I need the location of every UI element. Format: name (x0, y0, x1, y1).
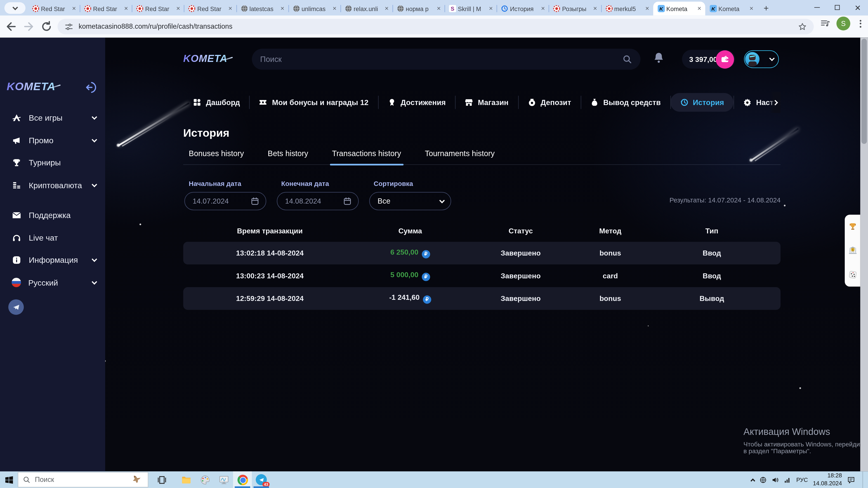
task-view-button[interactable] (152, 471, 171, 488)
trophy-icon[interactable] (848, 222, 857, 231)
tab-close-icon[interactable]: × (175, 5, 182, 12)
profile-nav-shop[interactable]: Магазин (455, 93, 518, 111)
taskbar-clock[interactable]: 18:28 14.08.2024 (813, 472, 842, 487)
profile-nav-deposit[interactable]: Депозит (518, 93, 581, 111)
history-tab[interactable]: Bets history (268, 149, 308, 164)
extension-side-panel[interactable]: $ (845, 215, 860, 287)
reload-icon[interactable] (40, 20, 53, 33)
language-indicator[interactable]: РУС (796, 477, 808, 483)
browser-tab[interactable]: KKometa× (705, 2, 757, 15)
forward-icon[interactable] (22, 20, 35, 33)
browser-menu-icon[interactable] (857, 20, 865, 27)
paint-button[interactable] (195, 471, 214, 488)
sidebar-item-promo[interactable]: Промо (0, 129, 105, 152)
search-icon[interactable] (622, 54, 632, 64)
tab-close-icon[interactable]: × (539, 5, 547, 12)
bookmark-star-icon[interactable] (798, 22, 807, 31)
browser-tab[interactable]: Red Star× (80, 2, 132, 15)
browser-tab[interactable]: SSkrill | M× (445, 2, 497, 15)
end-date-input[interactable]: 14.08.2024 (277, 192, 359, 210)
new-tab-button[interactable]: + (761, 3, 772, 14)
browser-tab[interactable]: Розыгры× (549, 2, 601, 15)
site-search-input[interactable]: Поиск (252, 49, 640, 70)
history-tab[interactable]: Bonuses history (189, 149, 244, 164)
tab-close-icon[interactable]: × (748, 5, 755, 12)
minimize-button[interactable] (807, 0, 827, 15)
file-explorer-button[interactable] (177, 471, 195, 488)
telegram-button[interactable] (8, 299, 24, 315)
tab-close-icon[interactable]: × (331, 5, 338, 12)
sidebar-item-live-chat[interactable]: Live чат (0, 227, 105, 249)
network-globe-icon[interactable] (760, 476, 767, 483)
chrome-taskbar-button[interactable] (233, 471, 252, 488)
profile-nav-history[interactable]: История (670, 93, 734, 111)
sidebar-item-support[interactable]: Поддержка (0, 204, 105, 227)
system-monitor-button[interactable] (214, 471, 233, 488)
page-scrollbar[interactable] (860, 38, 868, 471)
sidebar-collapse-icon[interactable] (84, 81, 97, 94)
site-logo[interactable]: KOMETA (183, 53, 227, 65)
wallet-button[interactable] (716, 50, 734, 68)
sidebar-item-language[interactable]: Русский (0, 271, 105, 294)
profile-nav-dashboard[interactable]: Дашборд (183, 93, 250, 111)
show-desktop-button[interactable] (863, 471, 865, 488)
action-center-icon[interactable] (847, 476, 855, 484)
tab-close-icon[interactable]: × (383, 5, 391, 12)
sort-select[interactable]: Все (369, 192, 451, 210)
browser-tab[interactable]: Red Star× (132, 2, 184, 15)
browser-tab[interactable]: merkul5× (601, 2, 653, 15)
start-button[interactable] (0, 471, 18, 488)
sidebar-item-all-games[interactable]: Все игры (0, 107, 105, 129)
sidebar-item-crypto[interactable]: Криптовалюта (0, 174, 105, 196)
browser-tab[interactable]: Red Star× (184, 2, 236, 15)
bank-icon[interactable]: $ (848, 246, 857, 256)
tab-close-icon[interactable]: × (644, 5, 651, 12)
table-row[interactable]: 13:02:18 14-08-20246 250,00₽Завершеноbon… (183, 242, 780, 264)
tab-close-icon[interactable]: × (279, 5, 286, 12)
tab-close-icon[interactable]: × (592, 5, 599, 12)
calendar-icon[interactable] (251, 197, 259, 205)
telegram-taskbar-button[interactable]: 43 (252, 471, 271, 488)
table-row[interactable]: 12:59:29 14-08-2024-1 241,60₽Завершеноbo… (183, 287, 780, 310)
tab-close-icon[interactable]: × (487, 5, 495, 12)
sidebar-item-info[interactable]: Информация (0, 249, 105, 271)
taskbar-search[interactable]: Поиск (18, 472, 148, 488)
start-date-input[interactable]: 14.07.2024 (184, 192, 266, 210)
browser-tab[interactable]: KKometa× (653, 2, 705, 15)
user-menu[interactable] (744, 51, 779, 68)
calendar-icon[interactable] (343, 197, 351, 205)
browser-tab[interactable]: relax.unli× (340, 2, 393, 15)
address-bar[interactable]: kometacasino888.com/ru/profile/cash/tran… (58, 19, 814, 34)
site-settings-icon[interactable] (64, 22, 74, 31)
volume-icon[interactable] (772, 476, 779, 483)
history-tab[interactable]: Transactions history (332, 149, 401, 164)
network-signal-icon[interactable] (784, 476, 792, 483)
browser-tab[interactable]: latestcas× (236, 2, 288, 15)
browser-tab[interactable]: норма р× (393, 2, 445, 15)
tab-close-icon[interactable]: × (123, 5, 130, 12)
history-tab[interactable]: Tournaments history (425, 149, 495, 164)
notifications-bell-icon[interactable] (653, 52, 664, 65)
close-button[interactable]: ✕ (847, 0, 868, 15)
dice-icon[interactable] (848, 270, 857, 280)
browser-tab[interactable]: Red Star× (28, 2, 80, 15)
profile-nav-scroll-right[interactable] (770, 92, 780, 113)
back-icon[interactable] (4, 20, 18, 33)
profile-nav-bonuses[interactable]: Мои бонусы и награды 12 (249, 93, 378, 111)
maximize-button[interactable] (827, 0, 848, 15)
scrollbar-thumb[interactable] (862, 39, 867, 144)
browser-tab[interactable]: unlimcas× (288, 2, 340, 15)
table-row[interactable]: 13:00:23 14-08-20245 000,00₽Завершеноcar… (183, 265, 780, 287)
tab-close-icon[interactable]: × (435, 5, 442, 12)
sidebar-item-tournaments[interactable]: Турниры (0, 152, 105, 174)
browser-profile-avatar[interactable]: S (836, 17, 850, 30)
tray-expand-icon[interactable] (751, 478, 755, 483)
tab-close-icon[interactable]: × (70, 5, 78, 12)
user-avatar[interactable] (745, 52, 760, 66)
profile-nav-withdraw[interactable]: Вывод средств (581, 93, 670, 111)
tab-search-button[interactable] (4, 2, 26, 14)
sidebar-logo[interactable]: KOMETA (6, 80, 55, 93)
tab-close-icon[interactable]: × (227, 5, 234, 12)
profile-nav-achievements[interactable]: Достижения (378, 93, 455, 111)
browser-tab[interactable]: История× (497, 2, 549, 15)
